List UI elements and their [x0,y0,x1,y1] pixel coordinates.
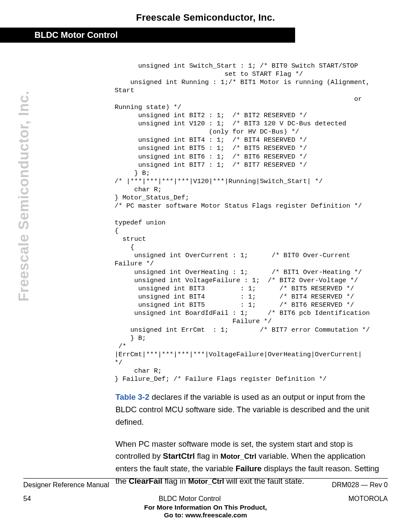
footer-brand: MOTOROLA [349,495,388,503]
footer-manual-label: Designer Reference Manual [23,481,109,489]
footer-page-number: 54 [23,495,31,503]
footer-info-line2: Go to: www.freescale.com [23,511,388,519]
motor-ctrl-1: Motor_Ctrl [221,452,256,460]
page: Freescale Semiconductor, Inc. BLDC Motor… [0,0,411,532]
side-company-label: Freescale Semiconductor, Inc. [16,90,32,302]
footer-docid: DRM028 — Rev 0 [332,481,388,489]
footer-section: BLDC Motor Control [159,495,221,503]
footer-info: For More Information On This Product, Go… [23,504,388,519]
footer-info-line1: For More Information On This Product, [23,504,388,511]
section-title-bar: BLDC Motor Control [0,28,295,43]
footer-row-1: Designer Reference Manual DRM028 — Rev 0 [23,481,388,489]
p2-t2: flag in [195,451,221,460]
startctrl-bold: StartCtrl [163,451,195,460]
table-3-2-link[interactable]: Table 3-2 [115,392,149,401]
para1-text: declares if the variable is used as an o… [115,392,369,426]
failure-bold: Failure [236,464,262,473]
paragraph-table-ref: Table 3-2 declares if the variable is us… [115,391,381,428]
header-company: Freescale Semiconductor, Inc. [0,0,411,23]
footer-row-2: 54 BLDC Motor Control MOTOROLA [23,495,388,503]
footer: Designer Reference Manual DRM028 — Rev 0… [23,478,388,519]
code-listing: unsigned int Switch_Start : 1; /* BIT0 S… [115,62,399,383]
footer-rule [23,478,388,479]
